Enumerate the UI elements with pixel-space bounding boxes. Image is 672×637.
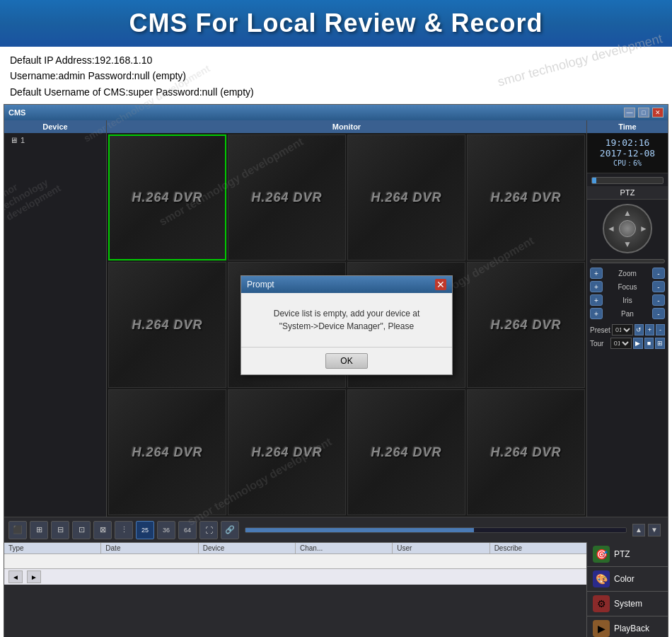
tour-grid-btn[interactable]: ⊞	[655, 338, 665, 349]
info-line2: Username:admin Password:null (empty)	[10, 68, 662, 84]
dvr-label-1: H.264 DVR	[132, 190, 202, 205]
log-col-type: Type	[4, 543, 101, 553]
menu-item-playback[interactable]: ▶ PlayBack	[587, 616, 668, 637]
log-body: smor technology development	[4, 554, 586, 568]
scroll-down-btn[interactable]: ▼	[648, 524, 661, 536]
device-item[interactable]: 🖥 1	[4, 133, 106, 147]
ptz-focus-label: Focus	[618, 283, 637, 291]
monitor-cell-10[interactable]: H.264 DVR	[228, 389, 346, 515]
layout-num25-btn[interactable]: 25	[136, 521, 154, 539]
log-col-describe: Describe	[490, 543, 586, 553]
monitor-cell-8[interactable]: H.264 DVR	[467, 262, 585, 388]
preset-add-btn[interactable]: +	[645, 324, 654, 335]
ptz-joystick[interactable]: ▲ ▼ ◄ ►	[587, 200, 668, 258]
ptz-zoom-label: Zoom	[618, 270, 637, 277]
menu-item-system[interactable]: ⚙ System	[587, 592, 668, 616]
dvr-label-12: H.264 DVR	[490, 445, 561, 460]
bottom-section: Type Date Device Chan... User Describe s…	[4, 542, 668, 637]
log-header: Type Date Device Chan... User Describe	[4, 543, 586, 554]
maximize-button[interactable]: □	[638, 108, 649, 117]
dialog-ok-button[interactable]: OK	[325, 353, 367, 369]
ptz-down-arrow[interactable]: ▼	[623, 239, 632, 249]
ptz-zoom-plus[interactable]: +	[590, 268, 603, 279]
ptz-controls: + Zoom - + Focus - + Iris - + Pan -	[587, 266, 668, 323]
device-item-label: 1	[21, 136, 25, 144]
info-section: Default IP Address:192.168.1.10 Username…	[0, 47, 672, 104]
header-title: CMS For Local Review & Record	[14, 8, 658, 38]
scroll-up-btn[interactable]: ▲	[632, 524, 645, 536]
toolbar: ⬛ ⊞ ⊟ ⊡ ⊠ ⋮ 25 36 64 ⛶ 🔗 ▲ ▼	[4, 517, 668, 542]
time-display: 19:02:16 2017-12-08 CPU：6%	[587, 133, 668, 173]
preset-refresh-btn[interactable]: ↺	[635, 324, 644, 335]
ptz-iris-minus[interactable]: -	[652, 294, 665, 306]
menu-item-ptz[interactable]: 🎯 PTZ	[587, 542, 668, 567]
preset-tour-section: Preset 01 ↺ + - Tour 01 ▶ ■ ⊞	[587, 323, 668, 352]
log-next-btn[interactable]: ►	[27, 570, 41, 583]
monitor-cell-12[interactable]: H.264 DVR	[467, 389, 585, 515]
ptz-left-arrow[interactable]: ◄	[607, 224, 615, 234]
layout-5btn[interactable]: ⊠	[93, 521, 112, 539]
sidebar-menu: 🎯 PTZ 🎨 Color ⚙ System ▶ PlayBack 🌿 Adva…	[586, 542, 668, 637]
monitor-cell-5[interactable]: H.264 DVR	[108, 262, 226, 388]
color-menu-icon: 🎨	[593, 570, 610, 587]
dvr-label-8: H.264 DVR	[490, 318, 561, 333]
tour-select[interactable]: 01	[610, 338, 632, 349]
title-bar-text: CMS	[8, 108, 25, 117]
ptz-pan-minus[interactable]: -	[652, 308, 665, 319]
joystick-center[interactable]	[619, 220, 636, 237]
dialog-title-bar: Prompt ✕	[241, 276, 452, 293]
menu-label-playback: PlayBack	[614, 624, 649, 633]
dialog-close-button[interactable]: ✕	[435, 279, 446, 290]
device-icon: 🖥	[10, 136, 18, 144]
ptz-pan-plus[interactable]: +	[590, 308, 603, 319]
monitor-panel: Monitor H.264 DVR H.264 DVR H.264 DVR H.…	[107, 120, 586, 517]
ptz-right-arrow[interactable]: ►	[639, 224, 648, 234]
ptz-up-arrow[interactable]: ▲	[623, 208, 632, 218]
layout-4x4-btn[interactable]: ⊡	[72, 521, 91, 539]
close-button[interactable]: ✕	[652, 108, 664, 117]
preset-delete-btn[interactable]: -	[656, 324, 665, 335]
tour-play-btn[interactable]: ▶	[633, 338, 643, 349]
ptz-speed-slider-container	[587, 258, 668, 265]
tour-stop-btn[interactable]: ■	[644, 338, 654, 349]
monitor-cell-2[interactable]: H.264 DVR	[228, 134, 346, 260]
layout-num64-btn[interactable]: 64	[178, 521, 197, 539]
monitor-cell-3[interactable]: H.264 DVR	[347, 134, 465, 260]
preset-select[interactable]: 01	[612, 324, 633, 335]
ptz-speed-slider[interactable]	[590, 259, 665, 263]
progress-bar	[245, 527, 627, 533]
fullscreen-btn[interactable]: ⛶	[199, 521, 218, 539]
minimize-button[interactable]: —	[624, 108, 635, 117]
dvr-label-5: H.264 DVR	[132, 318, 202, 333]
ptz-iris-plus[interactable]: +	[590, 294, 603, 306]
ptz-focus-minus[interactable]: -	[652, 281, 665, 292]
tour-row: Tour 01 ▶ ■ ⊞	[590, 338, 665, 349]
watermark-dev: smortechnologydevelopment	[4, 163, 63, 223]
layout-2x2-btn[interactable]: ⊞	[30, 521, 48, 539]
log-prev-btn[interactable]: ◄	[8, 570, 23, 583]
joystick-circle[interactable]: ▲ ▼ ◄ ►	[603, 204, 652, 253]
cms-main: Device 🖥 1 smortechnologydevelopment Mon…	[4, 120, 668, 517]
layout-num36-btn[interactable]: 36	[157, 521, 175, 539]
dvr-label-2: H.264 DVR	[251, 190, 322, 205]
ptz-focus-row: + Focus -	[590, 281, 665, 292]
ptz-iris-label: Iris	[622, 297, 632, 304]
layout-1x1-btn[interactable]: ⬛	[8, 521, 27, 539]
ptz-pan-row: + Pan -	[590, 308, 665, 319]
monitor-cell-9[interactable]: H.264 DVR	[108, 389, 226, 515]
log-col-device: Device	[199, 543, 296, 553]
monitor-cell-1[interactable]: H.264 DVR	[108, 134, 226, 260]
cpu-display: CPU：6%	[590, 159, 665, 168]
preset-row: Preset 01 ↺ + -	[590, 324, 665, 335]
monitor-cell-11[interactable]: H.264 DVR	[347, 389, 465, 515]
network-btn[interactable]: 🔗	[221, 521, 239, 539]
ptz-focus-plus[interactable]: +	[590, 281, 603, 292]
ptz-section-label: PTZ	[587, 186, 668, 200]
monitor-cell-4[interactable]: H.264 DVR	[467, 134, 585, 260]
right-panel: Time 19:02:16 2017-12-08 CPU：6% PTZ ▲ ▼ …	[586, 120, 668, 517]
layout-6btn[interactable]: ⋮	[115, 521, 133, 539]
menu-label-ptz: PTZ	[614, 549, 630, 559]
ptz-zoom-minus[interactable]: -	[652, 268, 665, 279]
menu-item-color[interactable]: 🎨 Color	[587, 567, 668, 592]
layout-3x3-btn[interactable]: ⊟	[51, 521, 69, 539]
